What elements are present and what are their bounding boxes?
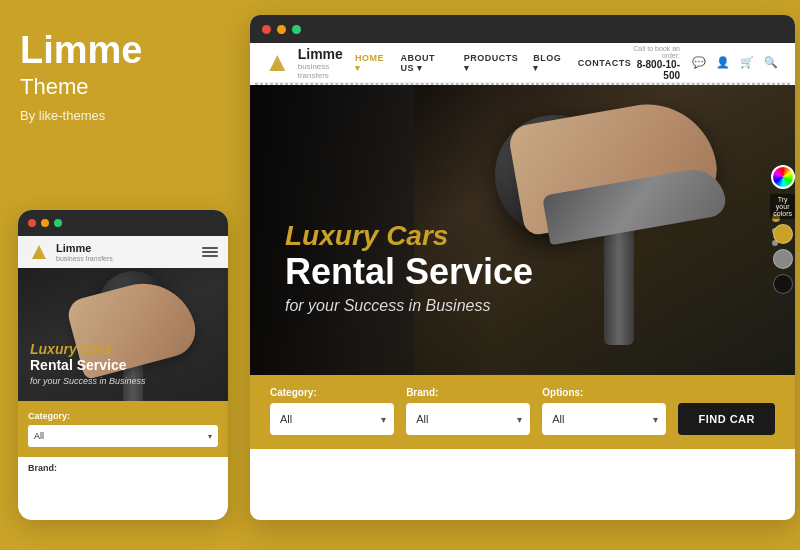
user-icon[interactable]: 👤 [714, 54, 732, 72]
desktop-dot-red [262, 25, 271, 34]
mobile-mockup: Limme business transfers Luxury Cars [18, 210, 228, 520]
mobile-logo-text: Limme [56, 242, 113, 254]
desktop-logo-sub: business transfers [298, 62, 355, 80]
brand-select[interactable]: All [406, 403, 530, 435]
nav-link-home[interactable]: HOME ▾ [355, 53, 385, 73]
desktop-mockup: Limme business transfers HOME ▾ ABOUT US… [250, 15, 795, 520]
desktop-logo-area: Limme business transfers [265, 46, 355, 80]
desktop-top-bar [250, 15, 795, 43]
color-swatch-gray[interactable] [773, 249, 793, 269]
options-select-wrapper: All ▾ [542, 403, 666, 435]
mobile-brand-label: Brand: [28, 463, 218, 473]
theme-title: Limme [20, 30, 225, 72]
hero-for-text: for your Success in Business [285, 297, 533, 315]
desktop-phone-num: 8-800-10-500 [631, 59, 680, 81]
mobile-for-text: for your Success in Business [30, 376, 146, 386]
by-line: By like-themes [20, 108, 225, 123]
mobile-menu-line-1 [202, 247, 218, 249]
desktop-phone-section: Call to book an order: 8-800-10-500 [631, 45, 680, 81]
desktop-hero: Luxury Cars Rental Service for your Succ… [250, 85, 795, 375]
options-form-label: Options: [542, 387, 666, 398]
theme-subtitle: Theme [20, 74, 225, 100]
mobile-hero: Limme business transfers Luxury Cars [18, 236, 228, 401]
mobile-dot-yellow [41, 219, 49, 227]
brand-form-label: Brand: [406, 387, 530, 398]
options-form-group: Options: All ▾ [542, 387, 666, 435]
nav-link-about[interactable]: ABOUT US ▾ [400, 53, 448, 73]
desktop-logo-icon [265, 49, 290, 77]
mobile-menu-line-3 [202, 255, 218, 257]
mobile-top-bar [18, 210, 228, 236]
mobile-logo-icon [28, 241, 50, 263]
nav-link-products[interactable]: PRODUCTS ▾ [464, 53, 519, 73]
desktop-dot-yellow [277, 25, 286, 34]
category-select-wrapper: All ▾ [270, 403, 394, 435]
hero-rental-text: Rental Service [285, 252, 533, 292]
mobile-luxury-text: Luxury Cars [30, 341, 146, 357]
options-select[interactable]: All [542, 403, 666, 435]
mobile-category-label: Category: [28, 411, 218, 421]
mobile-category-select[interactable]: All [28, 425, 218, 447]
desktop-call-text: Call to book an order: [631, 45, 680, 59]
desktop-nav-icons: 💬 👤 🛒 🔍 [690, 54, 780, 72]
color-wheel-icon [771, 165, 795, 189]
mobile-menu-icon[interactable] [202, 247, 218, 257]
hero-luxury-text: Luxury Cars [285, 220, 533, 252]
search-icon[interactable]: 🔍 [762, 54, 780, 72]
mobile-dot-green [54, 219, 62, 227]
mobile-logo-area: Limme business transfers [28, 241, 113, 263]
cart-icon[interactable]: 🛒 [738, 54, 756, 72]
mobile-nav: Limme business transfers [18, 236, 228, 268]
category-form-label: Category: [270, 387, 394, 398]
mobile-brand-section: Brand: [18, 457, 228, 473]
color-swatch-dark[interactable] [773, 274, 793, 294]
mobile-select-wrapper: All ▾ [28, 425, 218, 447]
mobile-menu-line-2 [202, 251, 218, 253]
nav-link-blog[interactable]: BLOG ▾ [533, 53, 563, 73]
category-select[interactable]: All [270, 403, 394, 435]
brand-form-group: Brand: All ▾ [406, 387, 530, 435]
left-panel: Limme Theme By like-themes Limme [0, 0, 245, 550]
mobile-dot-red [28, 219, 36, 227]
mobile-rental-text: Rental Service [30, 357, 146, 374]
desktop-nav-right: Call to book an order: 8-800-10-500 💬 👤 … [631, 45, 780, 81]
nav-link-contacts[interactable]: CONTACTS [578, 58, 631, 68]
color-swatch-gold[interactable] [773, 224, 793, 244]
mobile-hero-text: Luxury Cars Rental Service for your Succ… [30, 341, 146, 386]
desktop-form-bar: Category: All ▾ Brand: All ▾ Options: Al [250, 375, 795, 449]
try-colors-panel[interactable]: Tryyourcolors [770, 165, 795, 294]
desktop-nav-links: HOME ▾ ABOUT US ▾ PRODUCTS ▾ BLOG ▾ CONT… [355, 53, 631, 73]
chat-icon[interactable]: 💬 [690, 54, 708, 72]
desktop-dot-green [292, 25, 301, 34]
brand-select-wrapper: All ▾ [406, 403, 530, 435]
find-car-button[interactable]: Find car [678, 403, 775, 435]
desktop-logo-text: Limme [298, 46, 355, 62]
mobile-logo-sub: business transfers [56, 255, 113, 262]
hero-text-area: Luxury Cars Rental Service for your Succ… [285, 220, 533, 315]
desktop-nav: Limme business transfers HOME ▾ ABOUT US… [250, 43, 795, 83]
mobile-form-area: Category: All ▾ [18, 401, 228, 457]
try-colors-text: Tryyourcolors [770, 194, 795, 219]
category-form-group: Category: All ▾ [270, 387, 394, 435]
